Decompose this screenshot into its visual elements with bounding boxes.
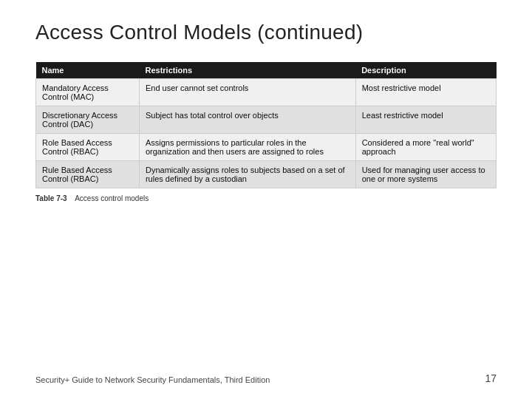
footer: Security+ Guide to Network Security Fund…	[35, 365, 497, 384]
table-row: Role Based Access Control (RBAC)Assigns …	[36, 134, 497, 161]
table-container: Name Restrictions Description Mandatory …	[35, 62, 497, 365]
table-header-row: Name Restrictions Description	[36, 62, 497, 79]
cell-name: Discretionary Access Control (DAC)	[36, 106, 140, 134]
cell-name: Mandatory Access Control (MAC)	[36, 79, 140, 106]
table-row: Discretionary Access Control (DAC)Subjec…	[36, 106, 497, 134]
cell-name: Role Based Access Control (RBAC)	[36, 134, 140, 161]
table-row: Rule Based Access Control (RBAC)Dynamica…	[36, 161, 497, 188]
table-caption-text: Access control models	[75, 194, 149, 202]
cell-restrictions: End user cannot set controls	[139, 79, 355, 106]
footer-text: Security+ Guide to Network Security Fund…	[35, 375, 270, 384]
col-header-name: Name	[36, 62, 140, 79]
cell-restrictions: Dynamically assigns roles to subjects ba…	[139, 161, 355, 188]
table-row: Mandatory Access Control (MAC)End user c…	[36, 79, 497, 106]
col-header-description: Description	[355, 62, 496, 79]
access-control-table: Name Restrictions Description Mandatory …	[35, 62, 497, 188]
cell-name: Rule Based Access Control (RBAC)	[36, 161, 140, 188]
cell-description: Least restrictive model	[355, 106, 496, 134]
cell-restrictions: Assigns permissions to particular roles …	[139, 134, 355, 161]
cell-description: Most restrictive model	[355, 79, 496, 106]
cell-description: Considered a more "real world" approach	[355, 134, 496, 161]
footer-page: 17	[485, 372, 497, 384]
slide: Access Control Models (continued) Name R…	[0, 0, 532, 399]
col-header-restrictions: Restrictions	[139, 62, 355, 79]
cell-description: Used for managing user access to one or …	[355, 161, 496, 188]
page-title: Access Control Models (continued)	[35, 21, 497, 44]
table-caption: Table 7-3 Access control models	[35, 194, 497, 202]
table-number: Table 7-3	[35, 194, 67, 202]
cell-restrictions: Subject has total control over objects	[139, 106, 355, 134]
